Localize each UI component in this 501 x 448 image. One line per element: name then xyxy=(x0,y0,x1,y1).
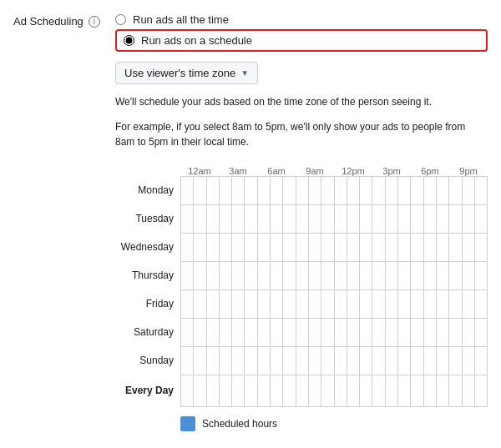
every-day-cell[interactable] xyxy=(309,375,321,407)
schedule-cell[interactable] xyxy=(398,205,411,234)
info-icon[interactable]: i xyxy=(89,16,100,28)
schedule-cell[interactable] xyxy=(245,319,257,347)
every-day-cell[interactable] xyxy=(463,375,475,407)
schedule-cell[interactable] xyxy=(232,347,245,375)
schedule-cell[interactable] xyxy=(475,347,488,375)
schedule-cell[interactable] xyxy=(449,205,462,234)
schedule-cell[interactable] xyxy=(296,319,309,347)
schedule-cell[interactable] xyxy=(463,319,475,347)
schedule-cell[interactable] xyxy=(411,347,423,375)
every-day-cell[interactable] xyxy=(386,375,398,407)
schedule-cell[interactable] xyxy=(321,347,334,375)
schedule-cell[interactable] xyxy=(347,319,360,347)
schedule-cell[interactable] xyxy=(220,262,232,290)
schedule-cell[interactable] xyxy=(360,290,372,319)
schedule-cell[interactable] xyxy=(309,177,321,205)
schedule-cell[interactable] xyxy=(283,262,296,290)
schedule-cell[interactable] xyxy=(232,234,245,262)
every-day-cell[interactable] xyxy=(475,375,488,407)
schedule-cell[interactable] xyxy=(207,290,220,319)
schedule-cell[interactable] xyxy=(372,347,385,375)
schedule-cell[interactable] xyxy=(347,177,360,205)
schedule-cell[interactable] xyxy=(258,319,271,347)
schedule-cell[interactable] xyxy=(321,262,334,290)
schedule-cell[interactable] xyxy=(449,290,462,319)
schedule-cell[interactable] xyxy=(372,205,385,234)
schedule-cell[interactable] xyxy=(194,262,206,290)
schedule-cell[interactable] xyxy=(283,177,296,205)
schedule-cell[interactable] xyxy=(411,234,423,262)
schedule-cell[interactable] xyxy=(424,319,437,347)
schedule-cell[interactable] xyxy=(335,290,347,319)
schedule-cell[interactable] xyxy=(283,319,296,347)
schedule-cell[interactable] xyxy=(360,205,372,234)
schedule-cell[interactable] xyxy=(449,234,462,262)
schedule-cell[interactable] xyxy=(296,262,309,290)
schedule-cell[interactable] xyxy=(220,234,232,262)
schedule-cell[interactable] xyxy=(232,262,245,290)
schedule-cell[interactable] xyxy=(220,205,232,234)
schedule-cell[interactable] xyxy=(335,262,347,290)
schedule-cell[interactable] xyxy=(309,347,321,375)
every-day-cell[interactable] xyxy=(283,375,296,407)
schedule-cell[interactable] xyxy=(437,177,449,205)
schedule-cell[interactable] xyxy=(232,205,245,234)
schedule-cell[interactable] xyxy=(271,205,283,234)
schedule-cell[interactable] xyxy=(258,177,271,205)
every-day-cell[interactable] xyxy=(181,375,194,407)
every-day-cell[interactable] xyxy=(245,375,257,407)
schedule-cell[interactable] xyxy=(372,234,385,262)
schedule-cell[interactable] xyxy=(372,262,385,290)
schedule-cell[interactable] xyxy=(386,319,398,347)
schedule-cell[interactable] xyxy=(321,234,334,262)
schedule-cell[interactable] xyxy=(463,290,475,319)
schedule-cell[interactable] xyxy=(207,177,220,205)
schedule-cell[interactable] xyxy=(207,347,220,375)
schedule-cell[interactable] xyxy=(181,347,194,375)
every-day-cell[interactable] xyxy=(398,375,411,407)
schedule-cell[interactable] xyxy=(411,319,423,347)
schedule-cell[interactable] xyxy=(360,234,372,262)
schedule-cell[interactable] xyxy=(463,234,475,262)
schedule-cell[interactable] xyxy=(258,262,271,290)
schedule-cell[interactable] xyxy=(449,347,462,375)
every-day-cell[interactable] xyxy=(258,375,271,407)
schedule-cell[interactable] xyxy=(271,290,283,319)
every-day-cell[interactable] xyxy=(347,375,360,407)
schedule-cell[interactable] xyxy=(181,234,194,262)
schedule-cell[interactable] xyxy=(321,177,334,205)
schedule-cell[interactable] xyxy=(245,177,257,205)
schedule-cell[interactable] xyxy=(232,177,245,205)
run-ads-all-time-radio[interactable] xyxy=(115,14,126,25)
schedule-cell[interactable] xyxy=(258,205,271,234)
schedule-cell[interactable] xyxy=(296,177,309,205)
schedule-cell[interactable] xyxy=(296,347,309,375)
every-day-cell[interactable] xyxy=(411,375,423,407)
schedule-cell[interactable] xyxy=(335,177,347,205)
schedule-cell[interactable] xyxy=(207,205,220,234)
schedule-cell[interactable] xyxy=(181,262,194,290)
schedule-cell[interactable] xyxy=(449,262,462,290)
schedule-cell[interactable] xyxy=(437,262,449,290)
every-day-cell[interactable] xyxy=(335,375,347,407)
every-day-cell[interactable] xyxy=(449,375,462,407)
schedule-cell[interactable] xyxy=(194,234,206,262)
schedule-cell[interactable] xyxy=(386,262,398,290)
schedule-cell[interactable] xyxy=(271,347,283,375)
schedule-cell[interactable] xyxy=(194,319,206,347)
schedule-cell[interactable] xyxy=(372,177,385,205)
every-day-cell[interactable] xyxy=(360,375,372,407)
schedule-cell[interactable] xyxy=(245,262,257,290)
schedule-cell[interactable] xyxy=(271,234,283,262)
run-ads-on-schedule-radio[interactable] xyxy=(124,35,134,46)
schedule-cell[interactable] xyxy=(449,319,462,347)
schedule-cell[interactable] xyxy=(283,205,296,234)
schedule-cell[interactable] xyxy=(386,177,398,205)
schedule-cell[interactable] xyxy=(232,319,245,347)
schedule-cell[interactable] xyxy=(271,319,283,347)
schedule-cell[interactable] xyxy=(232,290,245,319)
schedule-cell[interactable] xyxy=(207,319,220,347)
every-day-cell[interactable] xyxy=(437,375,449,407)
schedule-cell[interactable] xyxy=(372,319,385,347)
schedule-cell[interactable] xyxy=(411,205,423,234)
